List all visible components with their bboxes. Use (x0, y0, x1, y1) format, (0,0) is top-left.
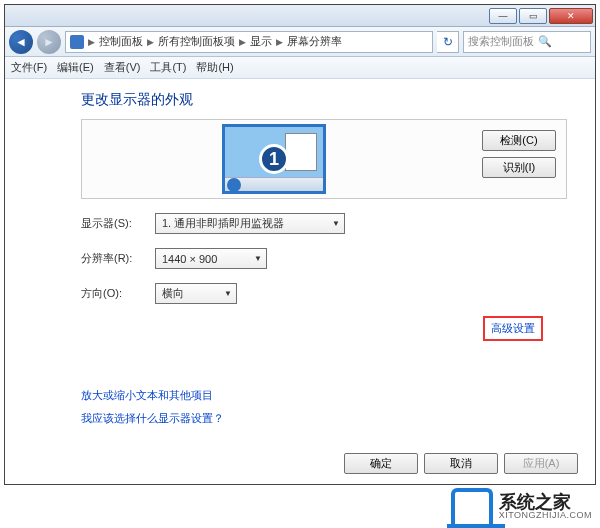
chevron-right-icon: ▶ (88, 37, 95, 47)
minimize-button[interactable]: — (489, 8, 517, 24)
search-placeholder: 搜索控制面板 (468, 34, 534, 49)
chevron-down-icon: ▼ (224, 289, 232, 298)
display-value: 1. 通用非即插即用监视器 (162, 216, 284, 231)
back-button[interactable]: ◄ (9, 30, 33, 54)
menu-view[interactable]: 查看(V) (104, 60, 141, 75)
maximize-button[interactable]: ▭ (519, 8, 547, 24)
refresh-button[interactable]: ↻ (437, 31, 459, 53)
chevron-down-icon: ▼ (254, 254, 262, 263)
identify-button[interactable]: 识别(I) (482, 157, 556, 178)
content-area: 更改显示器的外观 1 检测(C) 识别(I) 显示器(S): 1. 通用非即插即… (5, 79, 595, 426)
orientation-label: 方向(O): (81, 286, 155, 301)
resolution-label: 分辨率(R): (81, 251, 155, 266)
chevron-down-icon: ▼ (332, 219, 340, 228)
zoom-text-link[interactable]: 放大或缩小文本和其他项目 (81, 388, 567, 403)
resolution-select[interactable]: 1440 × 900 ▼ (155, 248, 267, 269)
close-button[interactable]: ✕ (549, 8, 593, 24)
advanced-settings-link[interactable]: 高级设置 (483, 316, 543, 341)
display-preview: 1 检测(C) 识别(I) (81, 119, 567, 199)
forward-button: ► (37, 30, 61, 54)
house-icon (451, 488, 493, 524)
apply-button: 应用(A) (504, 453, 578, 474)
crumb-item[interactable]: 屏幕分辨率 (287, 34, 342, 49)
chevron-right-icon: ▶ (147, 37, 154, 47)
watermark-url: XITONGZHIJIA.COM (499, 511, 592, 520)
dialog-buttons: 确定 取消 应用(A) (344, 453, 578, 474)
control-panel-icon (70, 35, 84, 49)
search-input[interactable]: 搜索控制面板 🔍 (463, 31, 591, 53)
crumb-item[interactable]: 所有控制面板项 (158, 34, 235, 49)
chevron-right-icon: ▶ (239, 37, 246, 47)
window-frame: — ▭ ✕ ◄ ► ▶ 控制面板 ▶ 所有控制面板项 ▶ 显示 ▶ 屏幕分辨率 … (4, 4, 596, 485)
menu-file[interactable]: 文件(F) (11, 60, 47, 75)
resolution-value: 1440 × 900 (162, 253, 217, 265)
which-settings-link[interactable]: 我应该选择什么显示器设置？ (81, 411, 567, 426)
menu-edit[interactable]: 编辑(E) (57, 60, 94, 75)
display-select[interactable]: 1. 通用非即插即用监视器 ▼ (155, 213, 345, 234)
window-mini-icon (285, 133, 317, 171)
chevron-right-icon: ▶ (276, 37, 283, 47)
page-title: 更改显示器的外观 (81, 91, 567, 109)
watermark: 系统之家 XITONGZHIJIA.COM (451, 488, 592, 524)
menu-tools[interactable]: 工具(T) (150, 60, 186, 75)
crumb-item[interactable]: 控制面板 (99, 34, 143, 49)
ok-button[interactable]: 确定 (344, 453, 418, 474)
search-icon: 🔍 (538, 35, 552, 48)
crumb-item[interactable]: 显示 (250, 34, 272, 49)
taskbar-mini-icon (225, 177, 323, 191)
monitor-thumbnail[interactable]: 1 (222, 124, 326, 194)
nav-toolbar: ◄ ► ▶ 控制面板 ▶ 所有控制面板项 ▶ 显示 ▶ 屏幕分辨率 ↻ 搜索控制… (5, 27, 595, 57)
monitor-number-badge: 1 (259, 144, 289, 174)
menubar: 文件(F) 编辑(E) 查看(V) 工具(T) 帮助(H) (5, 57, 595, 79)
watermark-title: 系统之家 (499, 493, 592, 511)
detect-button[interactable]: 检测(C) (482, 130, 556, 151)
display-label: 显示器(S): (81, 216, 155, 231)
cancel-button[interactable]: 取消 (424, 453, 498, 474)
breadcrumb[interactable]: ▶ 控制面板 ▶ 所有控制面板项 ▶ 显示 ▶ 屏幕分辨率 (65, 31, 433, 53)
menu-help[interactable]: 帮助(H) (196, 60, 233, 75)
orientation-value: 横向 (162, 286, 184, 301)
titlebar: — ▭ ✕ (5, 5, 595, 27)
orientation-select[interactable]: 横向 ▼ (155, 283, 237, 304)
